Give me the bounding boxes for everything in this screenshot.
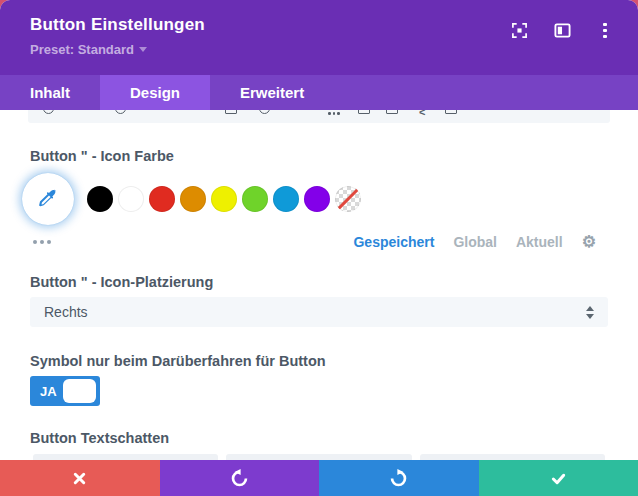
- modal-header-text: Button Einstellungen Preset: Standard: [30, 0, 205, 75]
- eyedropper-button[interactable]: [22, 173, 74, 225]
- settings-content: < Button " - Icon Farbe Gespeichert: [0, 110, 638, 460]
- icon-color-label: Button " - Icon Farbe: [30, 148, 608, 164]
- swatch-orange[interactable]: [180, 186, 206, 212]
- redo-icon: [389, 469, 408, 488]
- color-options-row: Gespeichert Global Aktuell ⚙: [30, 234, 608, 249]
- toggle-knob: [63, 379, 96, 403]
- split-view-icon[interactable]: [553, 21, 571, 39]
- chevron-down-icon: [139, 47, 147, 52]
- redo-button[interactable]: [319, 460, 479, 496]
- swatch-blue[interactable]: [273, 186, 299, 212]
- link-gespeichert[interactable]: Gespeichert: [353, 234, 434, 250]
- color-source-links: Gespeichert Global Aktuell ⚙: [353, 234, 608, 250]
- modal-footer: [0, 460, 638, 496]
- color-swatch-row: [22, 172, 608, 226]
- clipped-more-dots[interactable]: [328, 112, 340, 115]
- swatch-purple[interactable]: [304, 186, 330, 212]
- link-aktuell[interactable]: Aktuell: [516, 234, 563, 250]
- text-shadow-label: Button Textschatten: [30, 430, 608, 446]
- gear-icon[interactable]: ⚙: [582, 234, 596, 249]
- icon-placement-label: Button " - Icon-Platzierung: [30, 274, 608, 290]
- modal-title: Button Einstellungen: [30, 0, 205, 35]
- clipped-caret-icon[interactable]: <: [419, 110, 425, 117]
- check-icon: [551, 471, 566, 486]
- icon-placement-value: Rechts: [44, 304, 88, 320]
- swatch-yellow[interactable]: [211, 186, 237, 212]
- tab-bar: Inhalt Design Erweitert: [0, 75, 638, 110]
- icon-placement-select[interactable]: Rechts: [30, 297, 608, 327]
- clipped-icon-button[interactable]: [115, 110, 126, 114]
- clipped-icon-button[interactable]: [386, 110, 398, 114]
- swatch-black[interactable]: [87, 186, 113, 212]
- clipped-icon-button[interactable]: [43, 110, 54, 114]
- undo-button[interactable]: [160, 460, 320, 496]
- icon-hover-only-label: Symbol nur beim Darüberfahren für Button: [30, 353, 608, 369]
- swatch-transparent[interactable]: [335, 186, 361, 212]
- clipped-icon-button[interactable]: [445, 110, 457, 114]
- clipped-icon-button[interactable]: [259, 110, 270, 114]
- tab-design[interactable]: Design: [100, 75, 210, 110]
- clipped-toolbar-row: <: [28, 110, 610, 123]
- modal-header-icons: [510, 0, 614, 75]
- x-icon: [72, 471, 87, 486]
- eyedropper-icon: [37, 188, 59, 210]
- icon-hover-only-toggle[interactable]: JA: [30, 376, 100, 406]
- undo-icon: [230, 469, 249, 488]
- more-options-dots[interactable]: [33, 240, 51, 244]
- button-settings-modal: Button Einstellungen Preset: Standard: [0, 0, 638, 496]
- modal-header: Button Einstellungen Preset: Standard: [0, 0, 638, 75]
- confirm-button[interactable]: [479, 460, 638, 496]
- swatch-red[interactable]: [149, 186, 175, 212]
- link-global[interactable]: Global: [453, 234, 497, 250]
- cancel-button[interactable]: [0, 460, 160, 496]
- swatch-white[interactable]: [118, 186, 144, 212]
- swatch-green[interactable]: [242, 186, 268, 212]
- clipped-icon-button[interactable]: [225, 110, 237, 114]
- tab-erweitert[interactable]: Erweitert: [210, 75, 334, 110]
- preset-label: Preset: Standard: [30, 42, 134, 57]
- tab-inhalt[interactable]: Inhalt: [0, 75, 100, 110]
- toggle-on-label: JA: [40, 384, 57, 399]
- select-arrows-icon: [586, 306, 594, 319]
- expand-icon[interactable]: [510, 21, 528, 39]
- preset-selector[interactable]: Preset: Standard: [30, 42, 205, 57]
- clipped-icon-button[interactable]: [358, 110, 370, 114]
- kebab-menu-icon[interactable]: [596, 21, 614, 39]
